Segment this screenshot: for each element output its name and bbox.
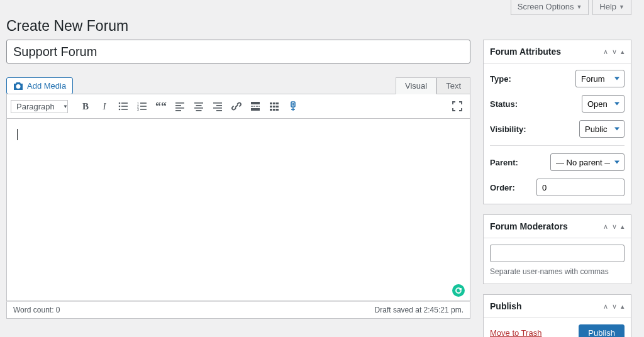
svg-rect-41 <box>292 103 294 106</box>
svg-rect-12 <box>140 109 147 110</box>
link-button[interactable] <box>228 97 245 115</box>
svg-rect-27 <box>253 106 255 107</box>
moderators-hint: Separate user-names with commas <box>490 267 625 276</box>
svg-rect-19 <box>194 108 203 109</box>
publish-button[interactable]: Publish <box>579 324 625 337</box>
tab-text[interactable]: Text <box>436 77 470 94</box>
svg-rect-28 <box>256 106 258 107</box>
svg-rect-21 <box>213 102 222 104</box>
toggle-icon[interactable]: ▴ <box>621 223 625 231</box>
svg-rect-24 <box>216 110 222 111</box>
svg-rect-8 <box>140 102 147 104</box>
tab-visual[interactable]: Visual <box>396 77 436 94</box>
move-up-icon[interactable]: ∧ <box>603 48 608 56</box>
order-label: Order: <box>490 183 515 192</box>
svg-rect-18 <box>196 105 202 106</box>
svg-rect-32 <box>273 102 275 104</box>
page-title: Create New Forum <box>6 15 631 40</box>
fullscreen-button[interactable] <box>448 97 466 115</box>
grammarly-icon <box>452 284 465 297</box>
order-input[interactable] <box>536 179 625 196</box>
svg-rect-16 <box>175 110 181 111</box>
svg-rect-34 <box>270 106 272 108</box>
forum-moderators-box: Forum Moderators ∧ ∨ ▴ Separate user-nam… <box>483 214 631 284</box>
align-left-button[interactable] <box>171 97 189 115</box>
publish-heading: Publish <box>490 301 522 311</box>
toggle-icon[interactable]: ▴ <box>621 302 625 311</box>
toolbar-toggle-button[interactable] <box>265 97 283 115</box>
svg-rect-23 <box>213 108 222 109</box>
svg-rect-22 <box>216 105 222 106</box>
svg-point-3 <box>119 106 121 108</box>
word-count: Word count: 0 <box>13 306 60 314</box>
keyboard-shortcut-icon[interactable] <box>284 97 302 115</box>
svg-rect-33 <box>276 102 279 104</box>
svg-rect-14 <box>175 105 181 106</box>
svg-rect-36 <box>276 106 279 108</box>
svg-rect-26 <box>251 106 253 107</box>
svg-rect-10 <box>140 106 147 107</box>
status-select[interactable]: Open <box>582 95 625 113</box>
draft-saved-time: Draft saved at 2:45:21 pm. <box>375 306 464 314</box>
moderators-input[interactable] <box>490 245 625 262</box>
format-select[interactable]: Paragraph <box>11 100 68 113</box>
svg-rect-6 <box>121 109 128 110</box>
editor-content[interactable] <box>6 119 470 301</box>
align-right-button[interactable] <box>209 97 226 115</box>
move-down-icon[interactable]: ∨ <box>612 302 617 311</box>
svg-rect-29 <box>258 106 260 107</box>
help-button[interactable]: Help ▼ <box>592 0 631 15</box>
move-up-icon[interactable]: ∧ <box>603 302 608 311</box>
svg-rect-13 <box>175 102 184 104</box>
forum-title-input[interactable] <box>6 40 470 64</box>
numbered-list-button[interactable]: 123 <box>133 97 151 115</box>
chevron-down-icon: ▼ <box>576 4 582 10</box>
type-select[interactable]: Forum <box>575 70 625 87</box>
editor-status-bar: Word count: 0 Draft saved at 2:45:21 pm. <box>6 301 470 319</box>
visibility-select[interactable]: Public <box>579 120 625 138</box>
svg-rect-4 <box>121 106 128 107</box>
forum-attributes-heading: Forum Attributes <box>490 47 561 57</box>
move-down-icon[interactable]: ∨ <box>612 223 617 231</box>
svg-rect-17 <box>194 102 203 104</box>
svg-rect-38 <box>273 109 275 111</box>
svg-text:3: 3 <box>137 108 139 111</box>
forum-attributes-box: Forum Attributes ∧ ∨ ▴ Type: Forum Statu… <box>483 40 631 204</box>
read-more-button[interactable] <box>247 97 264 115</box>
chevron-down-icon: ▼ <box>619 4 625 10</box>
camera-icon <box>13 82 23 91</box>
svg-rect-25 <box>251 102 260 104</box>
svg-point-5 <box>119 109 121 111</box>
svg-rect-20 <box>196 110 202 111</box>
screen-options-button[interactable]: Screen Options ▼ <box>511 0 589 15</box>
svg-rect-37 <box>270 109 272 111</box>
svg-point-1 <box>119 102 121 104</box>
blockquote-button[interactable]: ““ <box>152 97 170 115</box>
svg-rect-31 <box>270 102 272 104</box>
status-label: Status: <box>490 99 518 109</box>
publish-box: Publish ∧ ∨ ▴ Move to Trash Publish <box>483 294 631 337</box>
parent-label: Parent: <box>490 158 518 167</box>
svg-rect-30 <box>251 108 260 111</box>
type-label: Type: <box>490 74 511 84</box>
bold-button[interactable]: B <box>77 97 94 115</box>
svg-rect-2 <box>121 102 128 104</box>
move-up-icon[interactable]: ∧ <box>603 223 608 231</box>
align-center-button[interactable] <box>190 97 208 115</box>
add-media-label: Add Media <box>27 81 66 91</box>
forum-moderators-heading: Forum Moderators <box>490 221 568 231</box>
visibility-label: Visibility: <box>490 124 526 134</box>
svg-point-0 <box>17 85 19 87</box>
svg-rect-15 <box>175 108 184 109</box>
toggle-icon[interactable]: ▴ <box>621 48 625 56</box>
parent-select[interactable]: — No parent — <box>550 153 625 171</box>
move-down-icon[interactable]: ∨ <box>612 48 617 56</box>
add-media-button[interactable]: Add Media <box>6 77 73 94</box>
editor-toolbar: Paragraph B I 123 ““ <box>6 94 470 119</box>
svg-rect-35 <box>273 106 275 108</box>
bullet-list-button[interactable] <box>114 97 132 115</box>
italic-button[interactable]: I <box>96 97 113 115</box>
move-to-trash-link[interactable]: Move to Trash <box>490 328 541 337</box>
help-label: Help <box>599 2 616 11</box>
text-cursor <box>17 129 18 140</box>
